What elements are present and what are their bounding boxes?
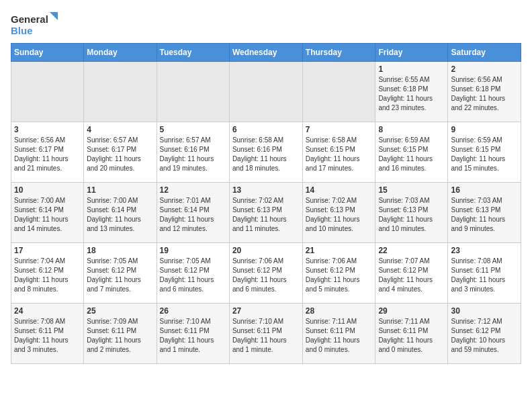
day-number: 4 — [87, 125, 153, 134]
cell-info: Sunrise: 7:10 AM Sunset: 6:11 PM Dayligh… — [232, 317, 300, 355]
sunset-text: Sunset: 6:18 PM — [378, 85, 445, 94]
cell-info: Sunrise: 7:10 AM Sunset: 6:11 PM Dayligh… — [160, 317, 226, 355]
calendar-cell: 24 Sunrise: 7:08 AM Sunset: 6:11 PM Dayl… — [11, 304, 84, 364]
header-row: SundayMondayTuesdayWednesdayThursdayFrid… — [11, 44, 521, 62]
calendar-cell: 15 Sunrise: 7:03 AM Sunset: 6:13 PM Dayl… — [375, 183, 448, 243]
week-row-2: 3 Sunrise: 6:56 AM Sunset: 6:17 PM Dayli… — [11, 122, 521, 183]
calendar-cell: 13 Sunrise: 7:02 AM Sunset: 6:13 PM Dayl… — [229, 183, 302, 243]
logo: General Blue — [11, 11, 58, 38]
daylight-text: Daylight: 11 hours and 7 minutes. — [87, 275, 153, 294]
daylight-text: Daylight: 11 hours and 12 minutes. — [160, 215, 226, 234]
daylight-text: Daylight: 11 hours and 18 minutes. — [232, 154, 300, 173]
sunrise-text: Sunrise: 7:11 AM — [378, 317, 445, 326]
calendar-cell: 7 Sunrise: 6:58 AM Sunset: 6:15 PM Dayli… — [302, 122, 375, 183]
day-number: 18 — [87, 246, 153, 255]
calendar-cell: 1 Sunrise: 6:55 AM Sunset: 6:18 PM Dayli… — [375, 62, 448, 122]
calendar-cell: 19 Sunrise: 7:05 AM Sunset: 6:12 PM Dayl… — [157, 243, 229, 304]
calendar-cell: 30 Sunrise: 7:12 AM Sunset: 6:12 PM Dayl… — [448, 304, 521, 364]
calendar-cell: 10 Sunrise: 7:00 AM Sunset: 6:14 PM Dayl… — [11, 183, 84, 243]
cell-info: Sunrise: 7:11 AM Sunset: 6:11 PM Dayligh… — [378, 317, 445, 355]
sunrise-text: Sunrise: 6:58 AM — [306, 136, 373, 145]
sunrise-text: Sunrise: 7:06 AM — [306, 257, 373, 266]
day-number: 5 — [160, 125, 226, 134]
daylight-text: Daylight: 11 hours and 13 minutes. — [87, 215, 153, 234]
sunset-text: Sunset: 6:12 PM — [232, 266, 300, 275]
sunset-text: Sunset: 6:14 PM — [87, 205, 153, 215]
sunset-text: Sunset: 6:17 PM — [87, 145, 153, 154]
sunrise-text: Sunrise: 6:57 AM — [87, 136, 153, 145]
sunrise-text: Sunrise: 7:02 AM — [232, 196, 300, 205]
page-header: General Blue — [11, 11, 521, 38]
sunrise-text: Sunrise: 6:55 AM — [378, 75, 445, 85]
week-row-3: 10 Sunrise: 7:00 AM Sunset: 6:14 PM Dayl… — [11, 183, 521, 243]
cell-info: Sunrise: 7:00 AM Sunset: 6:14 PM Dayligh… — [14, 196, 81, 234]
calendar-cell: 9 Sunrise: 6:59 AM Sunset: 6:15 PM Dayli… — [448, 122, 521, 183]
cell-info: Sunrise: 7:05 AM Sunset: 6:12 PM Dayligh… — [160, 257, 226, 294]
day-number: 10 — [14, 185, 81, 195]
cell-info: Sunrise: 7:02 AM Sunset: 6:13 PM Dayligh… — [306, 196, 373, 234]
cell-info: Sunrise: 7:09 AM Sunset: 6:11 PM Dayligh… — [87, 317, 153, 355]
daylight-text: Daylight: 11 hours and 1 minute. — [160, 336, 226, 355]
day-number: 27 — [232, 306, 300, 316]
daylight-text: Daylight: 11 hours and 0 minutes. — [306, 336, 373, 355]
sunset-text: Sunset: 6:12 PM — [306, 266, 373, 275]
cell-info: Sunrise: 7:08 AM Sunset: 6:11 PM Dayligh… — [451, 257, 518, 294]
daylight-text: Daylight: 11 hours and 20 minutes. — [87, 154, 153, 173]
daylight-text: Daylight: 11 hours and 17 minutes. — [306, 154, 373, 173]
column-header-saturday: Saturday — [448, 44, 521, 62]
sunrise-text: Sunrise: 7:08 AM — [14, 317, 81, 326]
cell-info: Sunrise: 6:57 AM Sunset: 6:17 PM Dayligh… — [87, 136, 153, 173]
cell-info: Sunrise: 7:11 AM Sunset: 6:11 PM Dayligh… — [306, 317, 373, 355]
calendar-cell — [302, 62, 375, 122]
daylight-text: Daylight: 11 hours and 3 minutes. — [14, 336, 81, 355]
cell-info: Sunrise: 7:06 AM Sunset: 6:12 PM Dayligh… — [232, 257, 300, 294]
sunset-text: Sunset: 6:11 PM — [232, 326, 300, 336]
calendar-cell: 8 Sunrise: 6:59 AM Sunset: 6:15 PM Dayli… — [375, 122, 448, 183]
daylight-text: Daylight: 11 hours and 3 minutes. — [451, 275, 518, 294]
week-row-4: 17 Sunrise: 7:04 AM Sunset: 6:12 PM Dayl… — [11, 243, 521, 304]
sunset-text: Sunset: 6:18 PM — [451, 85, 518, 94]
cell-info: Sunrise: 7:02 AM Sunset: 6:13 PM Dayligh… — [232, 196, 300, 234]
calendar-cell: 29 Sunrise: 7:11 AM Sunset: 6:11 PM Dayl… — [375, 304, 448, 364]
day-number: 21 — [306, 246, 373, 255]
sunset-text: Sunset: 6:16 PM — [160, 145, 226, 154]
cell-info: Sunrise: 6:57 AM Sunset: 6:16 PM Dayligh… — [160, 136, 226, 173]
cell-info: Sunrise: 7:03 AM Sunset: 6:13 PM Dayligh… — [378, 196, 445, 234]
sunset-text: Sunset: 6:11 PM — [14, 326, 81, 336]
sunrise-text: Sunrise: 7:01 AM — [160, 196, 226, 205]
sunrise-text: Sunrise: 7:06 AM — [232, 257, 300, 266]
day-number: 12 — [160, 185, 226, 195]
calendar-cell: 2 Sunrise: 6:56 AM Sunset: 6:18 PM Dayli… — [448, 62, 521, 122]
svg-marker-2 — [50, 12, 58, 20]
daylight-text: Daylight: 11 hours and 10 minutes. — [306, 215, 373, 234]
sunrise-text: Sunrise: 7:03 AM — [378, 196, 445, 205]
calendar-cell — [157, 62, 229, 122]
calendar-body: 1 Sunrise: 6:55 AM Sunset: 6:18 PM Dayli… — [11, 62, 521, 364]
sunrise-text: Sunrise: 7:10 AM — [232, 317, 300, 326]
cell-info: Sunrise: 6:59 AM Sunset: 6:15 PM Dayligh… — [451, 136, 518, 173]
sunset-text: Sunset: 6:11 PM — [160, 326, 226, 336]
day-number: 29 — [378, 306, 445, 316]
calendar-cell: 25 Sunrise: 7:09 AM Sunset: 6:11 PM Dayl… — [84, 304, 157, 364]
calendar-cell: 14 Sunrise: 7:02 AM Sunset: 6:13 PM Dayl… — [302, 183, 375, 243]
calendar-cell: 6 Sunrise: 6:58 AM Sunset: 6:16 PM Dayli… — [229, 122, 302, 183]
day-number: 1 — [378, 64, 445, 74]
cell-info: Sunrise: 7:00 AM Sunset: 6:14 PM Dayligh… — [87, 196, 153, 234]
calendar-cell: 26 Sunrise: 7:10 AM Sunset: 6:11 PM Dayl… — [157, 304, 229, 364]
day-number: 7 — [306, 125, 373, 134]
daylight-text: Daylight: 11 hours and 14 minutes. — [14, 215, 81, 234]
day-number: 14 — [306, 185, 373, 195]
calendar-cell: 23 Sunrise: 7:08 AM Sunset: 6:11 PM Dayl… — [448, 243, 521, 304]
sunrise-text: Sunrise: 7:10 AM — [160, 317, 226, 326]
cell-info: Sunrise: 6:58 AM Sunset: 6:16 PM Dayligh… — [232, 136, 300, 173]
daylight-text: Daylight: 11 hours and 6 minutes. — [232, 275, 300, 294]
cell-info: Sunrise: 7:01 AM Sunset: 6:14 PM Dayligh… — [160, 196, 226, 234]
day-number: 20 — [232, 246, 300, 255]
cell-info: Sunrise: 7:07 AM Sunset: 6:12 PM Dayligh… — [378, 257, 445, 294]
calendar-cell: 16 Sunrise: 7:03 AM Sunset: 6:13 PM Dayl… — [448, 183, 521, 243]
cell-info: Sunrise: 7:04 AM Sunset: 6:12 PM Dayligh… — [14, 257, 81, 294]
sunset-text: Sunset: 6:12 PM — [378, 266, 445, 275]
sunset-text: Sunset: 6:15 PM — [306, 145, 373, 154]
calendar-cell: 21 Sunrise: 7:06 AM Sunset: 6:12 PM Dayl… — [302, 243, 375, 304]
sunrise-text: Sunrise: 7:02 AM — [306, 196, 373, 205]
